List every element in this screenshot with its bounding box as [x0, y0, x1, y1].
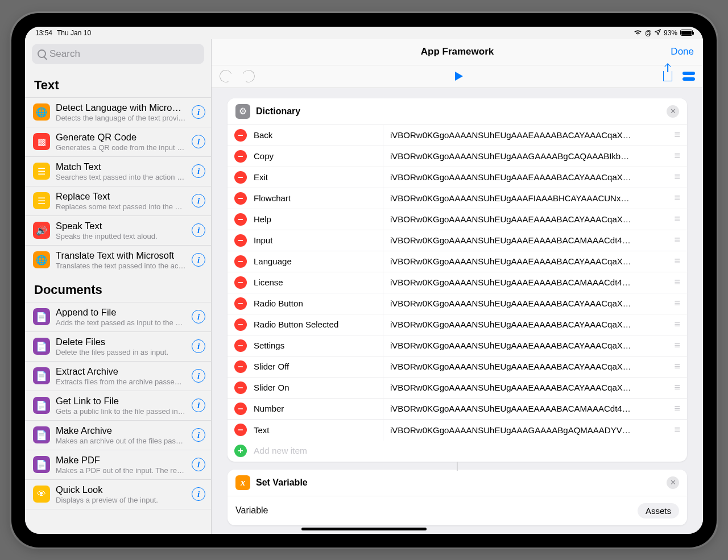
redo-button[interactable]: [241, 68, 257, 84]
undo-button[interactable]: [218, 68, 234, 84]
drag-handle[interactable]: ≡: [674, 234, 679, 246]
dict-key[interactable]: Settings: [254, 335, 383, 356]
drag-handle[interactable]: ≡: [674, 424, 679, 436]
info-button[interactable]: i: [192, 399, 205, 412]
remove-row-button[interactable]: –: [234, 234, 247, 247]
drag-handle[interactable]: ≡: [674, 255, 679, 267]
remove-row-button[interactable]: –: [234, 360, 247, 373]
dict-row[interactable]: –Slider OniVBORw0KGgoAAAANSUhEUgAAAEAAAA…: [228, 378, 687, 399]
sidebar-scroll[interactable]: Text🌐Detect Language with MicrosoftDetec…: [25, 70, 211, 534]
remove-row-button[interactable]: –: [234, 150, 247, 163]
remove-row-button[interactable]: –: [234, 276, 247, 289]
action-row[interactable]: 🔊Speak TextSpeaks the inputted text alou…: [25, 215, 211, 245]
dict-key[interactable]: Radio Button Selected: [254, 314, 383, 335]
drag-handle[interactable]: ≡: [674, 171, 679, 183]
dict-row[interactable]: –Radio Button SelectediVBORw0KGgoAAAANSU…: [228, 314, 687, 335]
action-row[interactable]: 🌐Detect Language with MicrosoftDetects t…: [25, 97, 211, 127]
drag-handle[interactable]: ≡: [674, 150, 679, 162]
info-button[interactable]: i: [192, 369, 205, 383]
dict-key[interactable]: Slider Off: [254, 356, 383, 377]
remove-row-button[interactable]: –: [234, 129, 247, 142]
info-button[interactable]: i: [192, 223, 205, 237]
info-button[interactable]: i: [192, 105, 205, 119]
info-button[interactable]: i: [192, 310, 205, 323]
dict-value[interactable]: iVBORw0KGgoAAAANSUhEUgAAAEAAAABACAYAAACq…: [383, 256, 674, 266]
add-item-label[interactable]: Add new item: [254, 446, 307, 456]
remove-row-button[interactable]: –: [234, 424, 247, 436]
drag-handle[interactable]: ≡: [674, 381, 679, 393]
action-row[interactable]: 🌐Translate Text with MicrosoftTranslates…: [25, 245, 211, 275]
dict-key[interactable]: License: [254, 272, 383, 293]
dict-value[interactable]: iVBORw0KGgoAAAANSUhEUgAAAEAAAABACAMAAACd…: [383, 277, 674, 287]
action-row[interactable]: ▩Generate QR CodeGenerates a QR code fro…: [25, 127, 211, 156]
action-row[interactable]: 📄Append to FileAdds the text passed as i…: [25, 302, 211, 331]
info-button[interactable]: i: [192, 458, 205, 471]
info-button[interactable]: i: [192, 194, 205, 208]
drag-handle[interactable]: ≡: [674, 339, 679, 351]
action-row[interactable]: 📄Make ArchiveMakes an archive out of the…: [25, 420, 211, 450]
dict-value[interactable]: iVBORw0KGgoAAAANSUhEUgAAAEAAAABACAYAAACq…: [383, 130, 674, 140]
info-button[interactable]: i: [192, 487, 205, 501]
dict-value[interactable]: iVBORw0KGgoAAAANSUhEUgAAAEAAAABACAYAAACq…: [383, 341, 674, 350]
remove-row-button[interactable]: –: [234, 381, 247, 394]
remove-row-button[interactable]: –: [234, 171, 247, 184]
delete-action-button[interactable]: ✕: [667, 476, 679, 489]
info-button[interactable]: i: [192, 135, 205, 148]
done-button[interactable]: Done: [671, 46, 694, 57]
dict-key[interactable]: Text: [254, 420, 383, 441]
action-row[interactable]: 📄Get Link to FileGets a public link to t…: [25, 391, 211, 420]
dict-row[interactable]: –ExitiVBORw0KGgoAAAANSUhEUgAAAEAAAABACAY…: [228, 167, 687, 188]
dict-value[interactable]: iVBORw0KGgoAAAANSUhEUgAAAEAAAABACAYAAACq…: [383, 362, 674, 371]
remove-row-button[interactable]: –: [234, 255, 247, 268]
dict-value[interactable]: iVBORw0KGgoAAAANSUhEUgAAAEAAAABACAYAAACq…: [383, 320, 674, 329]
drag-handle[interactable]: ≡: [674, 403, 679, 414]
dict-row[interactable]: –InputiVBORw0KGgoAAAANSUhEUgAAAEAAAABACA…: [228, 230, 687, 251]
remove-row-button[interactable]: –: [234, 192, 247, 205]
drag-handle[interactable]: ≡: [674, 129, 679, 141]
dict-key[interactable]: Input: [254, 230, 383, 251]
remove-row-button[interactable]: –: [234, 339, 247, 352]
action-row[interactable]: 📄Make PDFMakes a PDF out of the input. T…: [25, 450, 211, 479]
dict-row[interactable]: –LicenseiVBORw0KGgoAAAANSUhEUgAAAEAAAABA…: [228, 272, 687, 293]
dict-key[interactable]: Help: [254, 209, 383, 230]
dict-value[interactable]: iVBORw0KGgoAAAANSUhEUgAAAGAAAABgCAQAAABI…: [383, 151, 674, 161]
dict-value[interactable]: iVBORw0KGgoAAAANSUhEUgAAAEAAAABACAYAAACq…: [383, 298, 674, 308]
delete-action-button[interactable]: ✕: [667, 105, 679, 118]
action-row[interactable]: 👁Quick LookDisplays a preview of the inp…: [25, 479, 211, 509]
share-button[interactable]: [663, 71, 672, 81]
info-button[interactable]: i: [192, 428, 205, 442]
drag-handle[interactable]: ≡: [674, 276, 679, 288]
info-button[interactable]: i: [192, 339, 205, 353]
dict-row[interactable]: –FlowchartiVBORw0KGgoAAAANSUhEUgAAAFIAAA…: [228, 188, 687, 209]
dict-key[interactable]: Radio Button: [254, 293, 383, 314]
info-button[interactable]: i: [192, 164, 205, 178]
remove-row-button[interactable]: –: [234, 213, 247, 226]
shortcut-title[interactable]: App Framework: [421, 46, 494, 57]
dict-row[interactable]: –BackiVBORw0KGgoAAAANSUhEUgAAAEAAAABACAY…: [228, 125, 687, 146]
dict-row[interactable]: –HelpiVBORw0KGgoAAAANSUhEUgAAAEAAAABACAY…: [228, 209, 687, 230]
dict-value[interactable]: iVBORw0KGgoAAAANSUhEUgAAAGAAAABgAQMAAADY…: [383, 425, 674, 435]
action-row[interactable]: 📄Delete FilesDelete the files passed in …: [25, 331, 211, 361]
action-row[interactable]: ☰Replace TextReplaces some text passed i…: [25, 186, 211, 215]
dict-value[interactable]: iVBORw0KGgoAAAANSUhEUgAAAEAAAABACAMAAACd…: [383, 235, 674, 245]
run-button[interactable]: [455, 72, 463, 81]
drag-handle[interactable]: ≡: [674, 318, 679, 330]
dict-row[interactable]: –TextiVBORw0KGgoAAAANSUhEUgAAAGAAAABgAQM…: [228, 420, 687, 441]
drag-handle[interactable]: ≡: [674, 360, 679, 372]
dict-key[interactable]: Back: [254, 125, 383, 146]
dict-value[interactable]: iVBORw0KGgoAAAANSUhEUgAAAFIAAABHCAYAAACU…: [383, 193, 674, 203]
dict-value[interactable]: iVBORw0KGgoAAAANSUhEUgAAAEAAAABACAYAAACq…: [383, 172, 674, 182]
dict-value[interactable]: iVBORw0KGgoAAAANSUhEUgAAAEAAAABACAYAAACq…: [383, 383, 674, 392]
add-item-button[interactable]: +: [234, 445, 247, 457]
canvas[interactable]: ⚙ Dictionary ✕ –BackiVBORw0KGgoAAAANSUhE…: [212, 88, 703, 534]
action-row[interactable]: 📄Extract ArchiveExtracts files from the …: [25, 361, 211, 391]
remove-row-button[interactable]: –: [234, 403, 247, 415]
dict-row[interactable]: –Slider OffiVBORw0KGgoAAAANSUhEUgAAAEAAA…: [228, 356, 687, 378]
dict-key[interactable]: Exit: [254, 167, 383, 188]
dict-key[interactable]: Number: [254, 399, 383, 419]
dict-row[interactable]: –LanguageiVBORw0KGgoAAAANSUhEUgAAAEAAAAB…: [228, 251, 687, 272]
settings-button[interactable]: [682, 72, 695, 81]
dict-key[interactable]: Flowchart: [254, 188, 383, 209]
setvar-value[interactable]: Assets: [638, 503, 679, 518]
info-button[interactable]: i: [192, 253, 205, 267]
